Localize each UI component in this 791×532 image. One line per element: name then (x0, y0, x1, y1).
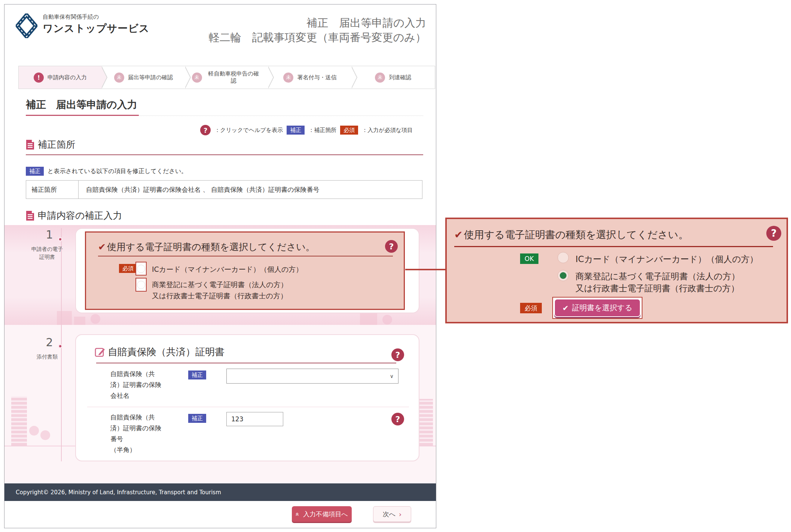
radio-circle (137, 281, 145, 289)
correction-note-text: と表示されている以下の項目を修正してください。 (48, 167, 187, 175)
legend: ? ：クリックでヘルプを表示 補正 ：補正箇所 必須 ：入力が必須な項目 (200, 125, 413, 135)
footer-copyright: Copyright© 2026, Ministry of Land, Infra… (16, 489, 221, 496)
help-icon[interactable]: ? (385, 240, 398, 253)
insurance-number-note: （半角） (110, 445, 164, 455)
option-commercial-cert-label-line2: 又は行政書士電子証明書（行政書士の方） (575, 283, 739, 294)
step-application-input: ! 申請内容の入力 (19, 66, 102, 89)
certificate-heading-rule (98, 256, 393, 256)
cityscape-decoration (11, 396, 27, 446)
next-button[interactable]: 次へ › (373, 506, 411, 522)
legend-correction-label: ：補正箇所 (308, 127, 336, 134)
insurance-heading: 自賠責保険（共済）証明書 (95, 345, 225, 359)
cityscape-decoration (29, 426, 39, 436)
cityscape-decoration (91, 314, 100, 324)
insurance-number-label: 自賠責保険（共済）証明書の保険番号 （半角） (110, 412, 164, 455)
double-chevron-up-icon: « (294, 512, 302, 516)
insurance-number-input[interactable] (226, 412, 283, 426)
correction-badge: 補正 (188, 370, 206, 379)
check-icon: ✔ (454, 229, 463, 240)
progress-stepper: ! 申請内容の入力 未 届出等申請の確認 未 軽自動車税申告の確認 未 署名付与… (18, 66, 435, 89)
option-commercial-cert-label-line1: 商業登記に基づく電子証明書（法人の方） (152, 280, 288, 290)
insurance-card: 自賠責保険（共済）証明書 ? 自賠責保険（共済）証明書の保険会社名 補正 ∨ 自… (75, 334, 419, 461)
certificate-highlight-box: ✔使用する電子証明書の種類を選択してください。 ? 必須 ICカード（マイナンバ… (85, 231, 405, 310)
chevron-down-icon: ∨ (390, 373, 394, 379)
correction-section-title: 補正箇所 (26, 138, 423, 155)
required-badge: 必須 (520, 303, 542, 313)
help-icon[interactable]: ? (200, 125, 211, 135)
cityscape-decoration (382, 315, 392, 325)
certificate-select-button[interactable]: ✔ 証明書を選択する (554, 299, 641, 317)
option-ic-card-label: ICカード（マイナンバーカード）（個人の方） (152, 265, 303, 274)
radio-commercial-cert[interactable] (135, 278, 147, 292)
edit-icon (95, 347, 105, 357)
help-icon[interactable]: ? (766, 226, 781, 241)
main-heading: 補正 届出等申請の入力 (26, 98, 137, 111)
correction-table-header: 補正箇所 (26, 181, 79, 199)
insurance-company-label: 自賠責保険（共済）証明書の保険会社名 (110, 369, 164, 401)
step2-number: 2 (40, 336, 59, 349)
radio-ic-card[interactable] (558, 252, 569, 263)
step-pending-icon: 未 (114, 73, 124, 83)
page-title: 補正 届出等申請の入力 軽二輪 記載事項変更（車両番号変更のみ） (209, 16, 426, 45)
logo-title: ワンストップサービス (43, 22, 150, 35)
required-badge: 必須 (119, 264, 137, 273)
cityscape-decoration (74, 317, 85, 325)
logo-text: 自動車保有関係手続の ワンストップサービス (43, 13, 150, 35)
step-application-confirm: 未 届出等申請の確認 (102, 66, 185, 89)
correction-note: 補正 と表示されている以下の項目を修正してください。 (26, 167, 187, 176)
option-commercial-cert-label-line1: 商業登記に基づく電子証明書（法人の方） (575, 271, 740, 282)
help-icon[interactable]: ? (391, 413, 404, 425)
option-commercial-cert-label-line2: 又は行政書士電子証明書（行政書士の方） (152, 291, 287, 301)
certificate-heading: ✔使用する電子証明書の種類を選択してください。 (98, 241, 315, 253)
option-ic-card-label: ICカード（マイナンバーカード）（個人の方） (575, 253, 758, 265)
error-jump-button[interactable]: « 入力不備項目へ (292, 506, 352, 522)
insurance-company-select[interactable]: ∨ (226, 369, 398, 384)
step-arrival-confirm: 未 到達確認 (352, 66, 435, 89)
insurance-heading-rule (96, 363, 396, 363)
zoom-heading-rule (454, 246, 773, 247)
radio-ic-card[interactable] (135, 262, 147, 276)
step1-number: 1 (40, 228, 59, 241)
ok-badge: OK (520, 253, 538, 264)
radio-selected-dot (560, 272, 566, 279)
zoom-detail-panel: ✔使用する電子証明書の種類を選択してください。 ? OK ICカード（マイナンバ… (445, 218, 788, 323)
step-pending-icon: 未 (375, 73, 385, 83)
correction-table: 補正箇所 自賠責保険（共済）証明書の保険会社名 、 自賠責保険（共済）証明書の保… (26, 180, 422, 199)
correction-badge: 補正 (287, 126, 305, 135)
radio-commercial-cert-selected[interactable] (558, 270, 569, 281)
required-badge: 必須 (340, 126, 358, 135)
logo-diamond-road-icon (16, 13, 37, 38)
logo-tagline: 自動車保有関係手続の (43, 13, 150, 21)
step1-side-label: 申請者の電子証明書 (30, 245, 64, 261)
cityscape-decoration (57, 311, 72, 325)
step-current-icon: ! (34, 73, 44, 83)
step-pending-icon: 未 (283, 73, 293, 83)
field-divider (87, 407, 409, 407)
input-section-title: 申請内容の補正入力 (26, 209, 423, 226)
document-icon (26, 210, 34, 221)
step-sign-send: 未 署名付与・送信 (268, 66, 351, 89)
correction-badge: 補正 (188, 414, 206, 423)
heading-accent-rule (26, 115, 139, 116)
zoom-certificate-heading: ✔使用する電子証明書の種類を選択してください。 (454, 228, 688, 242)
step-pending-icon: 未 (192, 73, 202, 83)
page-title-line1: 補正 届出等申請の入力 (209, 16, 426, 30)
help-icon[interactable]: ? (391, 348, 404, 361)
step-tax-declaration-confirm: 未 軽自動車税申告の確認 (185, 66, 268, 89)
footer-bar: Copyright© 2026, Ministry of Land, Infra… (4, 483, 436, 501)
correction-table-value: 自賠責保険（共済）証明書の保険会社名 、 自賠責保険（共済）証明書の保険番号 (79, 181, 422, 199)
radio-circle (137, 265, 145, 273)
correction-badge: 補正 (26, 167, 44, 176)
document-icon (26, 139, 34, 150)
screenshot-root: 自動車保有関係手続の ワンストップサービス 補正 届出等申請の入力 軽二輪 記載… (0, 0, 791, 532)
chevron-right-icon: › (399, 510, 401, 518)
page-title-line2: 軽二輪 記載事項変更（車両番号変更のみ） (209, 30, 426, 45)
check-icon: ✔ (562, 304, 569, 313)
certificate-card: ✔使用する電子証明書の種類を選択してください。 ? 必須 ICカード（マイナンバ… (75, 228, 419, 313)
app-logo: 自動車保有関係手続の ワンストップサービス (16, 13, 150, 38)
legend-help-label: ：クリックでヘルプを表示 (214, 127, 283, 134)
check-icon: ✔ (98, 242, 106, 252)
legend-required-label: ：入力が必須な項目 (362, 127, 413, 134)
step2-side-label: 添付書類 (30, 353, 64, 361)
main-window: 自動車保有関係手続の ワンストップサービス 補正 届出等申請の入力 軽二輪 記載… (4, 4, 436, 528)
